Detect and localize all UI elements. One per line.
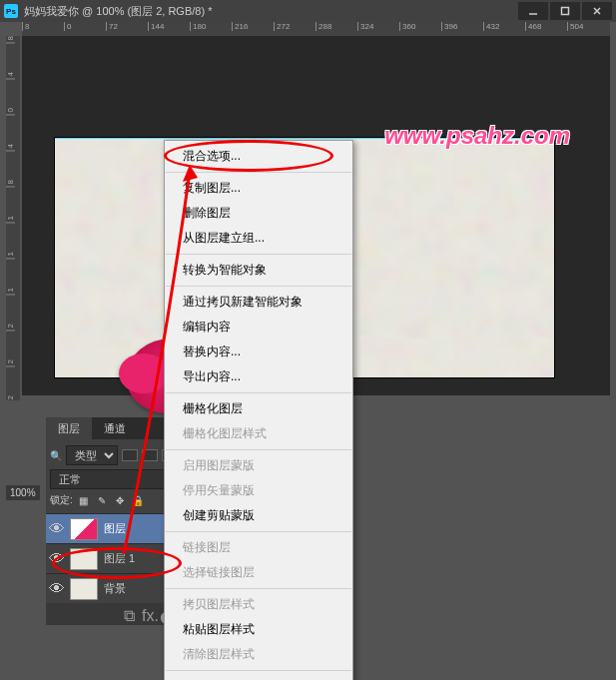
search-icon: 🔍 [50,450,62,461]
menu-item: 链接图层 [165,535,352,560]
menu-item: 拷贝图层样式 [165,592,352,617]
menu-item[interactable]: 编辑内容 [165,315,352,340]
menu-item[interactable]: 混合选项... [165,144,352,169]
menu-separator [166,286,351,287]
filter-kind-select[interactable]: 类型 [66,445,118,465]
menu-item[interactable]: 粘贴图层样式 [165,617,352,642]
menu-item[interactable]: 复制图层... [165,176,352,201]
menu-item[interactable]: 替换内容... [165,340,352,364]
lock-label: 锁定: [50,493,73,507]
app-icon: Ps [4,4,18,18]
menu-item: 从隔离图层释放 [165,674,352,680]
visibility-eye-icon[interactable]: 👁 [50,522,64,536]
lock-brush-icon[interactable]: ✎ [95,493,109,507]
horizontal-ruler: 8072144180216272288324360396432468504 [22,22,610,36]
menu-item[interactable]: 转换为智能对象 [165,258,352,283]
menu-separator [166,531,351,532]
fx-label[interactable]: fx. [142,607,156,621]
layer-context-menu[interactable]: 混合选项...复制图层...删除图层从图层建立组...转换为智能对象通过拷贝新建… [164,140,353,680]
lock-transparency-icon[interactable]: ▦ [77,493,91,507]
visibility-eye-icon[interactable]: 👁 [50,552,64,566]
filter-pixel-icon[interactable] [122,449,138,461]
lock-move-icon[interactable]: ✥ [113,493,127,507]
menu-separator [166,392,351,393]
menu-item[interactable]: 从图层建立组... [165,226,352,251]
link-icon[interactable]: ⧉ [124,607,138,621]
menu-item: 停用矢量蒙版 [165,478,352,503]
layer-name-label[interactable]: 图层 [104,521,126,536]
document-title: 妈妈我爱你 @ 100% (图层 2, RGB/8) * [24,4,518,19]
tab-layers[interactable]: 图层 [46,417,92,439]
svg-rect-0 [562,8,569,15]
menu-item[interactable]: 通过拷贝新建智能对象 [165,290,352,315]
tab-channels[interactable]: 通道 [92,417,138,439]
menu-item: 选择链接图层 [165,560,352,585]
layer-thumbnail[interactable] [70,548,98,570]
layer-name-label[interactable]: 背景 [104,581,126,596]
menu-separator [166,670,351,671]
layer-thumbnail[interactable] [70,578,98,600]
filter-adjust-icon[interactable] [142,449,158,461]
watermark-text: www.psahz.com [384,122,570,150]
layer-thumbnail[interactable] [70,518,98,540]
menu-separator [166,588,351,589]
menu-item[interactable]: 创建剪贴蒙版 [165,503,352,528]
title-bar: Ps 妈妈我爱你 @ 100% (图层 2, RGB/8) * [0,0,616,22]
maximize-button[interactable] [550,2,580,20]
menu-separator [166,172,351,173]
menu-item: 清除图层样式 [165,642,352,667]
lock-all-icon[interactable]: 🔒 [131,493,145,507]
menu-item[interactable]: 栅格化图层 [165,396,352,421]
menu-item[interactable]: 导出内容... [165,364,352,389]
vertical-ruler: 84048111222 [6,36,20,400]
menu-item[interactable]: 删除图层 [165,201,352,226]
menu-separator [166,254,351,255]
menu-item: 栅格化图层样式 [165,421,352,446]
minimize-button[interactable] [518,2,548,20]
menu-item: 启用图层蒙版 [165,453,352,478]
zoom-indicator[interactable]: 100% [6,485,40,500]
close-button[interactable] [582,2,612,20]
visibility-eye-icon[interactable]: 👁 [50,582,64,596]
menu-separator [166,449,351,450]
layer-name-label[interactable]: 图层 1 [104,551,135,566]
